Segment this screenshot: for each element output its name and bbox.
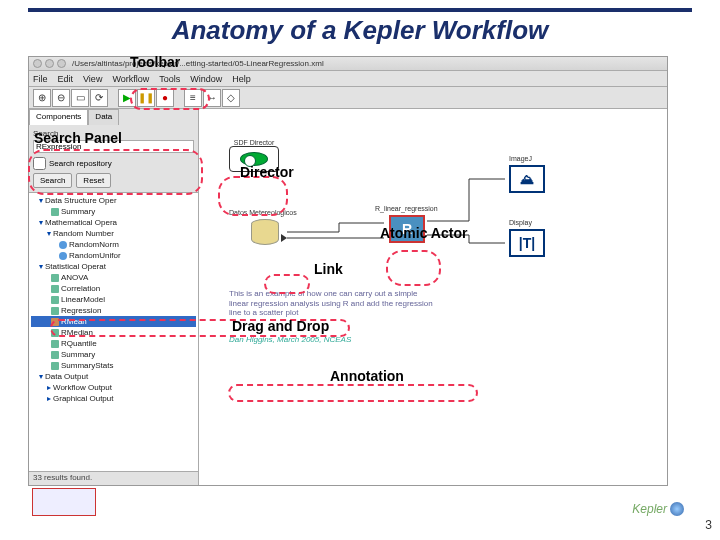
- search-repo-checkbox[interactable]: Search repository: [33, 157, 194, 170]
- reset-button[interactable]: Reset: [76, 173, 111, 188]
- tree-item[interactable]: Correlation: [31, 283, 196, 294]
- status-bar: 33 results found.: [29, 471, 198, 485]
- tree-item[interactable]: Regression: [31, 305, 196, 316]
- tab-data[interactable]: Data: [88, 109, 119, 125]
- callout-link: Link: [314, 261, 343, 277]
- zoom-reset-icon[interactable]: ⟳: [90, 89, 108, 107]
- tree-item[interactable]: ▾Statistical Operat: [31, 261, 196, 272]
- close-icon[interactable]: [33, 59, 42, 68]
- sidebar: Components Data Search Search repository…: [29, 109, 199, 485]
- callout-search-panel: Search Panel: [34, 130, 122, 146]
- window-titlebar: /Users/altintas/projects/kepler/...ettin…: [29, 57, 667, 71]
- globe-icon: [670, 502, 684, 516]
- menu-tools[interactable]: Tools: [159, 74, 180, 84]
- kepler-app-window: /Users/altintas/projects/kepler/...ettin…: [28, 56, 668, 486]
- zoom-out-icon[interactable]: ⊖: [52, 89, 70, 107]
- tree-item[interactable]: ▾Data Output: [31, 371, 196, 382]
- workflow-annotation: This is an example of how one can carry …: [229, 289, 549, 318]
- tree-item[interactable]: ANOVA: [31, 272, 196, 283]
- minimize-icon[interactable]: [45, 59, 54, 68]
- tree-item[interactable]: ▾Random Number: [31, 228, 196, 239]
- tree-item[interactable]: Summary: [31, 349, 196, 360]
- tree-item[interactable]: ▾Mathematical Opera: [31, 217, 196, 228]
- layout-icon[interactable]: ≡: [184, 89, 202, 107]
- tree-item[interactable]: ▸Workflow Output: [31, 382, 196, 393]
- slide-top-rule: [28, 8, 692, 12]
- pause-icon[interactable]: ❚❚: [137, 89, 155, 107]
- menu-file[interactable]: File: [33, 74, 48, 84]
- callout-atomic-actor: Atomic Actor: [380, 225, 467, 241]
- zoom-fit-icon[interactable]: ▭: [71, 89, 89, 107]
- search-repo-label: Search repository: [49, 159, 112, 168]
- tree-item[interactable]: LinearModel: [31, 294, 196, 305]
- tree-item[interactable]: SummaryStats: [31, 360, 196, 371]
- kepler-logo: Kepler: [632, 502, 684, 516]
- menu-workflow[interactable]: Workflow: [112, 74, 149, 84]
- checkbox-icon[interactable]: [33, 157, 46, 170]
- callout-drag-drop: Drag and Drop: [232, 318, 329, 334]
- run-icon[interactable]: ▶: [118, 89, 136, 107]
- window-title: /Users/altintas/projects/kepler/...ettin…: [72, 59, 324, 68]
- zoom-icon[interactable]: [57, 59, 66, 68]
- tree-item[interactable]: Summary: [31, 206, 196, 217]
- menu-bar: File Edit View Workflow Tools Window Hel…: [29, 71, 667, 87]
- callout-director: Director: [240, 164, 294, 180]
- component-tree[interactable]: ▾Data Structure Oper Summary ▾Mathematic…: [29, 193, 198, 471]
- tree-item[interactable]: ▸Graphical Output: [31, 393, 196, 404]
- menu-view[interactable]: View: [83, 74, 102, 84]
- zoom-in-icon[interactable]: ⊕: [33, 89, 51, 107]
- menu-window[interactable]: Window: [190, 74, 222, 84]
- tree-item[interactable]: RMean: [31, 316, 196, 327]
- tree-item[interactable]: ▾Data Structure Oper: [31, 195, 196, 206]
- tab-components[interactable]: Components: [29, 109, 88, 125]
- callout-toolbar: Toolbar: [130, 54, 180, 70]
- menu-help[interactable]: Help: [232, 74, 251, 84]
- tree-item[interactable]: RQuantile: [31, 338, 196, 349]
- tree-item[interactable]: RMedian: [31, 327, 196, 338]
- annotation-signature: Dan Higgins, March 2005, NCEAS: [229, 335, 351, 345]
- page-number: 3: [705, 518, 712, 532]
- slide-thumbnail: [32, 488, 96, 516]
- menu-edit[interactable]: Edit: [58, 74, 74, 84]
- ports-icon[interactable]: ↔: [203, 89, 221, 107]
- tree-item[interactable]: RandomNorm: [31, 239, 196, 250]
- tree-item[interactable]: RandomUnifor: [31, 250, 196, 261]
- slide-title: Anatomy of a Kepler Workflow: [0, 15, 720, 46]
- relation-icon[interactable]: ◇: [222, 89, 240, 107]
- search-button[interactable]: Search: [33, 173, 72, 188]
- stop-icon[interactable]: ●: [156, 89, 174, 107]
- toolbar: ⊕ ⊖ ▭ ⟳ ▶ ❚❚ ● ≡ ↔ ◇: [29, 87, 667, 109]
- callout-annotation: Annotation: [330, 368, 404, 384]
